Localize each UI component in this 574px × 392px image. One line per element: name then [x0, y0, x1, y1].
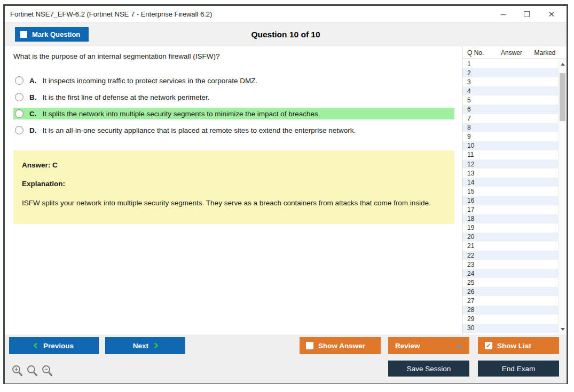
question-text: What is the purpose of an internal segme… [13, 52, 454, 60]
option-row-a[interactable]: A. It inspects incoming traffic to prote… [13, 75, 454, 86]
option-row-d[interactable]: D. It is an all-in-one security applianc… [13, 124, 454, 136]
question-list-header: Q No. Answer Marked [462, 46, 567, 59]
question-number: 5 [467, 97, 471, 104]
show-list-label: Show List [497, 342, 531, 350]
question-number: 4 [467, 87, 471, 95]
review-label: Review [395, 342, 420, 350]
question-list-row[interactable]: 16 [462, 196, 558, 205]
show-answer-checkbox[interactable] [306, 342, 313, 349]
question-list-row[interactable]: 18 [462, 214, 558, 223]
maximize-icon[interactable] [524, 11, 530, 17]
previous-button[interactable]: Previous [9, 337, 99, 354]
zoom-in-icon[interactable]: + [12, 365, 20, 373]
show-list-button[interactable]: ✓ Show List [478, 337, 559, 354]
question-counter: Question 10 of 10 [5, 30, 567, 39]
option-row-c-correct[interactable]: C. It splits the network into multiple s… [13, 108, 454, 119]
review-button[interactable]: Review [388, 337, 469, 354]
question-list-scrollbar[interactable] [558, 59, 567, 334]
question-list-row[interactable]: 4 [462, 86, 558, 95]
question-number: 6 [467, 106, 471, 113]
question-number: 7 [467, 115, 471, 122]
title-bar: Fortinet NSE7_EFW-6.2 (Fortinet NSE 7 - … [5, 6, 567, 22]
save-session-label: Save Session [407, 365, 451, 373]
question-number: 8 [467, 124, 471, 131]
close-icon[interactable]: ✕ [548, 10, 555, 18]
question-number: 10 [467, 142, 474, 149]
scroll-down-icon[interactable] [561, 328, 565, 331]
chevron-left-icon [33, 342, 39, 348]
option-row-b[interactable]: B. It is the first line of defense at th… [13, 91, 454, 103]
question-list-row[interactable]: 3 [462, 77, 558, 86]
question-list-row[interactable]: 2 [462, 68, 558, 77]
minimize-icon[interactable]: – [501, 10, 506, 19]
end-exam-button[interactable]: End Exam [478, 361, 559, 377]
content-area: What is the purpose of an internal segme… [5, 46, 567, 334]
option-d-text: It is an all-in-one security appliance t… [43, 126, 356, 134]
question-number: 28 [467, 306, 474, 314]
question-list-row[interactable]: 11 [462, 150, 558, 159]
option-c-text: It splits the network into multiple secu… [43, 110, 320, 118]
question-list-row[interactable]: 24 [462, 269, 558, 278]
question-number: 25 [467, 279, 474, 286]
question-list-row[interactable]: 13 [462, 169, 558, 178]
explanation-text: ISFW splits your network into multiple s… [22, 198, 445, 209]
question-number: 2 [467, 69, 471, 77]
option-c-radio[interactable] [15, 109, 23, 118]
question-number: 14 [467, 179, 474, 186]
chevron-right-icon [152, 342, 158, 348]
save-session-button[interactable]: Save Session [388, 361, 469, 377]
app-window: Fortinet NSE7_EFW-6.2 (Fortinet NSE 7 - … [3, 4, 568, 384]
dropup-arrow-icon [456, 343, 462, 348]
question-number: 9 [467, 133, 471, 140]
scroll-up-icon[interactable] [561, 63, 565, 66]
question-list-row[interactable]: 8 [462, 123, 558, 132]
question-number: 17 [467, 206, 474, 213]
option-b-radio[interactable] [15, 93, 23, 101]
question-list-row[interactable]: 20 [462, 233, 558, 242]
question-list-row[interactable]: 6 [462, 105, 558, 114]
next-button[interactable]: Next [105, 337, 185, 354]
question-list-row[interactable]: 15 [462, 187, 558, 196]
show-list-checkbox[interactable]: ✓ [485, 342, 492, 349]
next-label: Next [133, 342, 148, 350]
question-list-row[interactable]: 21 [462, 242, 558, 251]
question-number: 24 [467, 270, 474, 277]
question-list-row[interactable]: 30 [462, 324, 558, 333]
zoom-toolbar: + − [12, 365, 50, 373]
column-header-marked: Marked [531, 49, 567, 57]
question-number: 20 [467, 233, 474, 241]
question-list-row[interactable]: 7 [462, 114, 558, 123]
show-answer-button[interactable]: Show Answer [300, 337, 381, 354]
question-number: 29 [467, 315, 474, 323]
option-d-radio[interactable] [15, 126, 23, 134]
question-list-body: 1234567891011121314151617181920212223242… [462, 59, 558, 334]
question-list-row[interactable]: 26 [462, 287, 558, 296]
scrollbar-thumb[interactable] [560, 73, 565, 121]
question-number: 23 [467, 261, 474, 268]
magnifier-icon[interactable] [27, 365, 35, 373]
question-list-row[interactable]: 1 [462, 59, 558, 68]
answer-panel: Answer: C Explanation: ISFW splits your … [13, 150, 454, 224]
question-list-row[interactable]: 22 [462, 251, 558, 260]
question-list-row[interactable]: 27 [462, 296, 558, 305]
question-list-row[interactable]: 29 [462, 315, 558, 324]
question-list-row[interactable]: 19 [462, 223, 558, 233]
question-list-row[interactable]: 17 [462, 205, 558, 214]
question-list-row[interactable]: 9 [462, 132, 558, 141]
question-list-row[interactable]: 28 [462, 306, 558, 315]
question-list-row[interactable]: 5 [462, 95, 558, 105]
option-a-radio[interactable] [15, 76, 23, 85]
window-title: Fortinet NSE7_EFW-6.2 (Fortinet NSE 7 - … [10, 10, 212, 18]
question-list-row[interactable]: 12 [462, 159, 558, 169]
question-list-row[interactable]: 25 [462, 278, 558, 287]
question-number: 26 [467, 288, 474, 295]
question-number: 1 [467, 60, 471, 68]
question-list-row[interactable]: 10 [462, 141, 558, 150]
question-list-row[interactable]: 14 [462, 178, 558, 187]
option-b-letter: B. [29, 93, 37, 101]
show-answer-label: Show Answer [318, 342, 365, 350]
question-list-row[interactable]: 23 [462, 260, 558, 269]
option-c-letter: C. [29, 110, 37, 118]
column-header-answer: Answer [492, 49, 531, 57]
zoom-out-icon[interactable]: − [42, 365, 50, 373]
